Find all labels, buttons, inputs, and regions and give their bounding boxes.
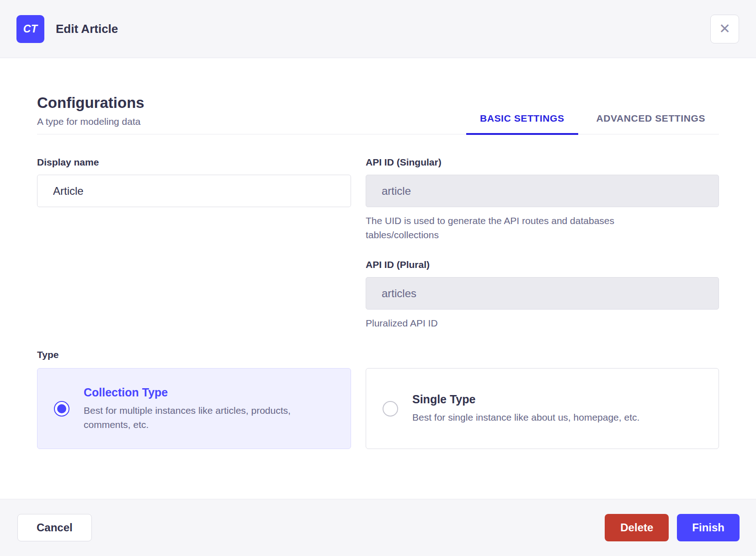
- page-title: Configurations: [37, 94, 144, 112]
- modal-footer: Cancel Delete Finish: [0, 499, 756, 556]
- display-name-input[interactable]: [37, 175, 351, 207]
- type-label: Type: [37, 349, 351, 360]
- tab-advanced-settings[interactable]: ADVANCED SETTINGS: [583, 113, 719, 135]
- api-id-plural-label: API ID (Plural): [366, 259, 719, 270]
- intro-row: Configurations A type for modeling data …: [37, 94, 719, 134]
- finish-button[interactable]: Finish: [677, 514, 740, 541]
- type-option-collection[interactable]: Collection Type Best for multiple instan…: [37, 368, 351, 449]
- footer-actions: Delete Finish: [605, 514, 740, 541]
- modal-title: Edit Article: [56, 22, 118, 36]
- configuration-form: Display name API ID (Singular) The UID i…: [37, 157, 719, 449]
- type-option-single[interactable]: Single Type Best for single instance lik…: [366, 368, 719, 449]
- cancel-button[interactable]: Cancel: [17, 514, 92, 541]
- display-name-label: Display name: [37, 157, 351, 168]
- api-id-singular-label: API ID (Singular): [366, 157, 719, 168]
- radio-selected-icon[interactable]: [54, 401, 69, 417]
- header-left: CT Edit Article: [16, 15, 118, 43]
- close-icon: ✕: [719, 22, 730, 36]
- delete-button[interactable]: Delete: [605, 514, 669, 541]
- close-button[interactable]: ✕: [710, 15, 739, 43]
- api-id-singular-input: [366, 175, 719, 207]
- api-id-plural-input: [366, 277, 719, 310]
- collection-type-text: Collection Type Best for multiple instan…: [84, 386, 333, 432]
- type-label-row: Type: [37, 349, 351, 360]
- collection-type-description: Best for multiple instances like article…: [84, 403, 333, 432]
- modal-header: CT Edit Article ✕: [0, 0, 756, 58]
- single-type-text: Single Type Best for single instance lik…: [412, 393, 639, 424]
- settings-tabs: BASIC SETTINGS ADVANCED SETTINGS: [466, 113, 719, 134]
- content-type-badge-icon: CT: [16, 15, 44, 43]
- radio-dot: [57, 404, 66, 413]
- tab-basic-settings[interactable]: BASIC SETTINGS: [466, 113, 578, 135]
- api-id-plural-group: API ID (Plural) Pluralized API ID: [366, 259, 719, 330]
- api-id-singular-group: API ID (Singular) The UID is used to gen…: [366, 157, 719, 242]
- collection-type-title: Collection Type: [84, 386, 333, 399]
- api-id-plural-hint: Pluralized API ID: [366, 316, 676, 330]
- display-name-group: Display name: [37, 157, 351, 207]
- radio-unselected-icon[interactable]: [383, 401, 398, 417]
- page-subtitle: A type for modeling data: [37, 116, 144, 127]
- api-id-singular-hint: The UID is used to generate the API rout…: [366, 214, 676, 242]
- intro-text: Configurations A type for modeling data: [37, 94, 144, 134]
- single-type-description: Best for single instance like about us, …: [412, 410, 639, 424]
- single-type-title: Single Type: [412, 393, 639, 406]
- modal-body: Configurations A type for modeling data …: [0, 58, 756, 499]
